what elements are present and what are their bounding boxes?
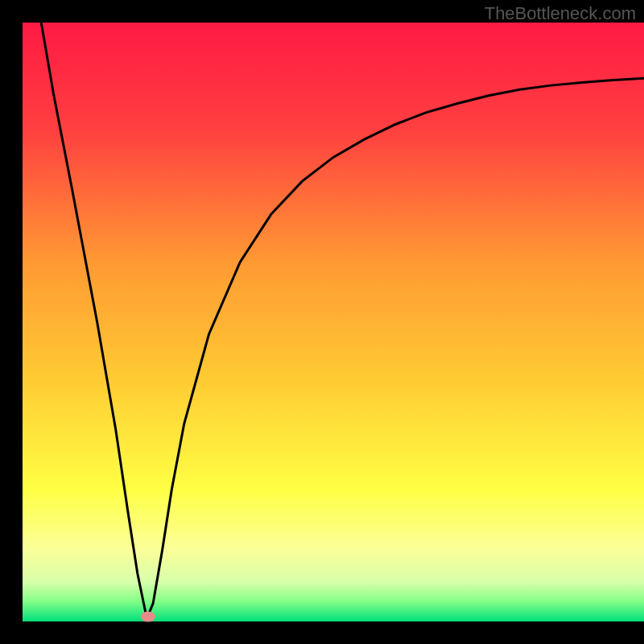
chart-container: TheBottleneck.com (0, 0, 644, 644)
bottleneck-chart (0, 0, 644, 644)
optimum-marker (141, 612, 155, 622)
watermark-text: TheBottleneck.com (485, 3, 636, 24)
plot-background (23, 23, 644, 621)
